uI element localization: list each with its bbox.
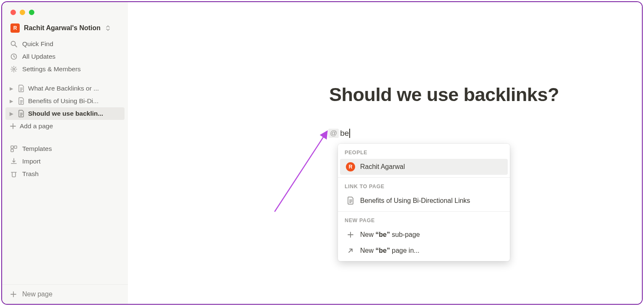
disclosure-triangle-icon[interactable]: ▶	[8, 99, 15, 104]
app-window: R Rachit Agarwal's Notion Quick Find All…	[1, 1, 643, 305]
quick-find-label: Quick Find	[22, 40, 53, 48]
settings-button[interactable]: Settings & Members	[5, 63, 125, 75]
page-label: Should we use backlin...	[28, 110, 103, 117]
import-label: Import	[22, 158, 41, 165]
templates-icon	[10, 145, 18, 153]
text-cursor	[349, 129, 350, 138]
trash-icon	[10, 170, 18, 178]
templates-button[interactable]: Templates	[5, 143, 125, 155]
new-page-button[interactable]: New page	[2, 284, 128, 304]
page-icon	[17, 84, 26, 93]
arrow-up-right-icon	[346, 246, 355, 255]
fullscreen-window-button[interactable]	[29, 10, 34, 15]
trash-button[interactable]: Trash	[5, 168, 125, 180]
add-a-page-button[interactable]: Add a page	[5, 120, 125, 132]
import-icon	[10, 157, 18, 166]
quick-find-button[interactable]: Quick Find	[5, 38, 125, 50]
editor-line[interactable]: @ be	[328, 129, 350, 138]
avatar: R	[346, 162, 355, 171]
mention-token: @	[328, 129, 339, 138]
sidebar-pages: ▶ What Are Backlinks or ... ▶ Benefits o…	[2, 76, 128, 134]
sidebar: R Rachit Agarwal's Notion Quick Find All…	[2, 2, 128, 304]
plus-icon	[10, 290, 17, 298]
close-window-button[interactable]	[10, 10, 16, 15]
sidebar-top-nav: Quick Find All Updates Settings & Member…	[2, 37, 128, 76]
search-icon	[10, 40, 18, 48]
new-page-in-label: New “be” page in...	[360, 247, 419, 254]
mention-menu: PEOPLE R Rachit Agarwal LINK TO PAGE Ben…	[338, 144, 510, 261]
main-content: Should we use backlinks? @ be PEOPLE R R…	[128, 2, 642, 304]
clock-icon	[10, 52, 18, 61]
new-page-in-item[interactable]: New “be” page in...	[340, 243, 508, 261]
person-name: Rachit Agarwal	[360, 163, 405, 171]
sidebar-page-what-are-backlinks[interactable]: ▶ What Are Backlinks or ...	[5, 82, 125, 95]
svg-line-1	[15, 45, 17, 47]
page-icon	[17, 109, 26, 118]
section-label-link: LINK TO PAGE	[338, 178, 510, 193]
svg-point-3	[13, 68, 15, 70]
new-sub-page-label: New “be” sub-page	[360, 231, 420, 239]
section-label-newpage: NEW PAGE	[338, 212, 510, 227]
sidebar-page-should-we-use-backlinks[interactable]: ▶ Should we use backlin...	[5, 107, 125, 120]
svg-line-7	[275, 132, 327, 212]
minimize-window-button[interactable]	[20, 10, 25, 15]
workspace-switcher[interactable]: R Rachit Agarwal's Notion	[2, 15, 128, 37]
link-page-name: Benefits of Using Bi-Directional Links	[360, 197, 470, 205]
page-icon	[346, 196, 355, 205]
mention-link-page-item[interactable]: Benefits of Using Bi-Directional Links	[340, 193, 508, 209]
page-title[interactable]: Should we use backlinks?	[329, 84, 559, 106]
templates-label: Templates	[22, 145, 52, 153]
workspace-name: Rachit Agarwal's Notion	[24, 24, 101, 32]
new-sub-page-item[interactable]: New “be” sub-page	[340, 227, 508, 243]
mention-query-text: be	[340, 129, 349, 138]
window-controls	[2, 2, 128, 15]
disclosure-triangle-icon[interactable]: ▶	[8, 111, 15, 117]
mention-person-item[interactable]: R Rachit Agarwal	[340, 159, 508, 175]
all-updates-label: All Updates	[22, 53, 55, 60]
section-label-people: PEOPLE	[338, 144, 510, 159]
import-button[interactable]: Import	[5, 155, 125, 168]
page-label: Benefits of Using Bi-Di...	[28, 97, 99, 105]
gear-icon	[10, 65, 18, 73]
sidebar-page-benefits[interactable]: ▶ Benefits of Using Bi-Di...	[5, 95, 125, 107]
page-icon	[17, 97, 26, 105]
trash-label: Trash	[22, 170, 39, 178]
svg-rect-4	[11, 146, 13, 148]
settings-label: Settings & Members	[22, 65, 81, 73]
annotation-arrow	[272, 128, 335, 216]
at-symbol: @	[330, 129, 337, 137]
new-page-label: New page	[22, 290, 52, 298]
workspace-badge: R	[10, 23, 20, 33]
add-page-label: Add a page	[20, 122, 53, 130]
page-label: What Are Backlinks or ...	[28, 85, 99, 92]
svg-rect-6	[11, 149, 13, 152]
chevron-updown-icon	[106, 25, 110, 31]
sidebar-bottom-nav: Templates Import Trash	[2, 134, 128, 181]
disclosure-triangle-icon[interactable]: ▶	[8, 86, 15, 91]
svg-rect-5	[14, 146, 17, 148]
all-updates-button[interactable]: All Updates	[5, 50, 125, 63]
plus-icon	[346, 230, 355, 239]
plus-icon	[9, 122, 17, 130]
